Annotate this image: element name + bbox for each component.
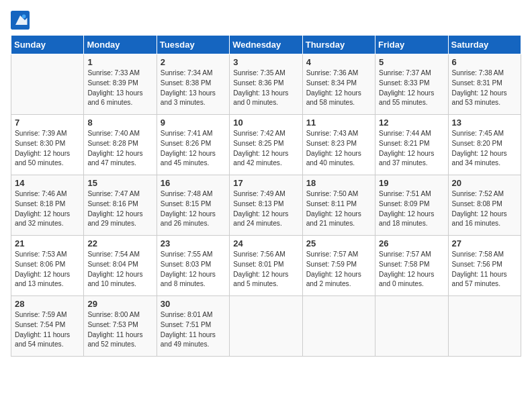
column-header-thursday: Thursday bbox=[302, 36, 375, 54]
day-number: 14 bbox=[15, 178, 80, 188]
day-number: 5 bbox=[379, 57, 444, 67]
calendar-cell: 19Sunrise: 7:51 AM Sunset: 8:09 PM Dayli… bbox=[375, 175, 448, 236]
calendar-cell: 4Sunrise: 7:36 AM Sunset: 8:34 PM Daylig… bbox=[302, 54, 375, 115]
calendar-cell: 13Sunrise: 7:45 AM Sunset: 8:20 PM Dayli… bbox=[448, 115, 521, 175]
calendar-week-row: 28Sunrise: 7:59 AM Sunset: 7:54 PM Dayli… bbox=[11, 296, 521, 357]
cell-content: Sunrise: 7:59 AM Sunset: 7:54 PM Dayligh… bbox=[15, 310, 80, 350]
day-number: 9 bbox=[161, 118, 226, 128]
day-number: 29 bbox=[87, 299, 152, 309]
calendar-cell: 26Sunrise: 7:57 AM Sunset: 7:58 PM Dayli… bbox=[375, 236, 448, 296]
day-number: 18 bbox=[306, 178, 371, 188]
calendar-cell: 18Sunrise: 7:50 AM Sunset: 8:11 PM Dayli… bbox=[302, 175, 375, 236]
calendar-cell bbox=[11, 54, 84, 115]
calendar-table: SundayMondayTuesdayWednesdayThursdayFrid… bbox=[11, 35, 521, 357]
cell-content: Sunrise: 7:48 AM Sunset: 8:15 PM Dayligh… bbox=[161, 189, 226, 229]
day-number: 24 bbox=[233, 238, 298, 248]
column-header-wednesday: Wednesday bbox=[230, 36, 302, 54]
day-number: 22 bbox=[87, 238, 152, 248]
calendar-cell: 16Sunrise: 7:48 AM Sunset: 8:15 PM Dayli… bbox=[157, 175, 229, 236]
day-number: 1 bbox=[87, 57, 152, 67]
day-number: 7 bbox=[15, 118, 80, 128]
calendar-cell: 27Sunrise: 7:58 AM Sunset: 7:56 PM Dayli… bbox=[448, 236, 521, 296]
calendar-cell: 23Sunrise: 7:55 AM Sunset: 8:03 PM Dayli… bbox=[157, 236, 229, 296]
day-number: 19 bbox=[379, 178, 444, 188]
cell-content: Sunrise: 7:53 AM Sunset: 8:06 PM Dayligh… bbox=[15, 250, 80, 289]
calendar-cell bbox=[448, 296, 521, 357]
day-number: 2 bbox=[161, 57, 226, 67]
calendar-cell: 22Sunrise: 7:54 AM Sunset: 8:04 PM Dayli… bbox=[84, 236, 157, 296]
cell-content: Sunrise: 7:57 AM Sunset: 7:58 PM Dayligh… bbox=[379, 250, 444, 289]
calendar-week-row: 21Sunrise: 7:53 AM Sunset: 8:06 PM Dayli… bbox=[11, 236, 521, 296]
day-number: 4 bbox=[306, 57, 371, 67]
day-number: 23 bbox=[161, 238, 226, 248]
day-number: 28 bbox=[15, 299, 80, 309]
calendar-cell: 10Sunrise: 7:42 AM Sunset: 8:25 PM Dayli… bbox=[230, 115, 302, 175]
calendar-cell: 9Sunrise: 7:41 AM Sunset: 8:26 PM Daylig… bbox=[157, 115, 229, 175]
calendar-cell: 20Sunrise: 7:52 AM Sunset: 8:08 PM Dayli… bbox=[448, 175, 521, 236]
day-number: 11 bbox=[306, 118, 371, 128]
calendar-cell bbox=[230, 296, 302, 357]
cell-content: Sunrise: 7:58 AM Sunset: 7:56 PM Dayligh… bbox=[452, 250, 517, 289]
cell-content: Sunrise: 7:49 AM Sunset: 8:13 PM Dayligh… bbox=[233, 189, 298, 229]
logo bbox=[11, 11, 32, 30]
column-header-friday: Friday bbox=[375, 36, 448, 54]
day-number: 27 bbox=[452, 238, 517, 248]
column-header-tuesday: Tuesday bbox=[157, 36, 229, 54]
day-number: 6 bbox=[452, 57, 517, 67]
svg-point-2 bbox=[22, 15, 26, 19]
day-number: 21 bbox=[15, 238, 80, 248]
calendar-cell bbox=[375, 296, 448, 357]
cell-content: Sunrise: 8:01 AM Sunset: 7:51 PM Dayligh… bbox=[161, 310, 226, 350]
calendar-cell: 7Sunrise: 7:39 AM Sunset: 8:30 PM Daylig… bbox=[11, 115, 84, 175]
cell-content: Sunrise: 7:42 AM Sunset: 8:25 PM Dayligh… bbox=[233, 129, 298, 169]
day-number: 10 bbox=[233, 118, 298, 128]
calendar-cell: 5Sunrise: 7:37 AM Sunset: 8:33 PM Daylig… bbox=[375, 54, 448, 115]
calendar-week-row: 7Sunrise: 7:39 AM Sunset: 8:30 PM Daylig… bbox=[11, 115, 521, 175]
calendar-cell: 12Sunrise: 7:44 AM Sunset: 8:21 PM Dayli… bbox=[375, 115, 448, 175]
calendar-cell: 2Sunrise: 7:34 AM Sunset: 8:38 PM Daylig… bbox=[157, 54, 229, 115]
calendar-cell: 28Sunrise: 7:59 AM Sunset: 7:54 PM Dayli… bbox=[11, 296, 84, 357]
calendar-week-row: 1Sunrise: 7:33 AM Sunset: 8:39 PM Daylig… bbox=[11, 54, 521, 115]
day-number: 15 bbox=[87, 178, 152, 188]
column-header-monday: Monday bbox=[84, 36, 157, 54]
cell-content: Sunrise: 7:33 AM Sunset: 8:39 PM Dayligh… bbox=[87, 68, 152, 108]
day-number: 26 bbox=[379, 238, 444, 248]
cell-content: Sunrise: 7:57 AM Sunset: 7:59 PM Dayligh… bbox=[306, 250, 371, 289]
cell-content: Sunrise: 7:52 AM Sunset: 8:08 PM Dayligh… bbox=[452, 189, 517, 229]
cell-content: Sunrise: 7:44 AM Sunset: 8:21 PM Dayligh… bbox=[379, 129, 444, 169]
day-number: 20 bbox=[452, 178, 517, 188]
cell-content: Sunrise: 7:40 AM Sunset: 8:28 PM Dayligh… bbox=[87, 129, 152, 169]
day-number: 13 bbox=[452, 118, 517, 128]
cell-content: Sunrise: 7:46 AM Sunset: 8:18 PM Dayligh… bbox=[15, 189, 80, 229]
calendar-cell: 15Sunrise: 7:47 AM Sunset: 8:16 PM Dayli… bbox=[84, 175, 157, 236]
cell-content: Sunrise: 7:41 AM Sunset: 8:26 PM Dayligh… bbox=[161, 129, 226, 169]
calendar-cell: 29Sunrise: 8:00 AM Sunset: 7:53 PM Dayli… bbox=[84, 296, 157, 357]
calendar-cell: 8Sunrise: 7:40 AM Sunset: 8:28 PM Daylig… bbox=[84, 115, 157, 175]
cell-content: Sunrise: 7:56 AM Sunset: 8:01 PM Dayligh… bbox=[233, 250, 298, 289]
cell-content: Sunrise: 7:38 AM Sunset: 8:31 PM Dayligh… bbox=[452, 68, 517, 108]
logo-icon bbox=[11, 11, 30, 30]
day-number: 30 bbox=[161, 299, 226, 309]
column-header-saturday: Saturday bbox=[448, 36, 521, 54]
cell-content: Sunrise: 7:34 AM Sunset: 8:38 PM Dayligh… bbox=[161, 68, 226, 108]
calendar-header-row: SundayMondayTuesdayWednesdayThursdayFrid… bbox=[11, 36, 521, 54]
day-number: 8 bbox=[87, 118, 152, 128]
calendar-cell: 6Sunrise: 7:38 AM Sunset: 8:31 PM Daylig… bbox=[448, 54, 521, 115]
calendar-cell bbox=[302, 296, 375, 357]
day-number: 3 bbox=[233, 57, 298, 67]
page-header bbox=[11, 11, 521, 30]
cell-content: Sunrise: 7:50 AM Sunset: 8:11 PM Dayligh… bbox=[306, 189, 371, 229]
day-number: 17 bbox=[233, 178, 298, 188]
cell-content: Sunrise: 7:43 AM Sunset: 8:23 PM Dayligh… bbox=[306, 129, 371, 169]
cell-content: Sunrise: 7:37 AM Sunset: 8:33 PM Dayligh… bbox=[379, 68, 444, 108]
cell-content: Sunrise: 7:47 AM Sunset: 8:16 PM Dayligh… bbox=[87, 189, 152, 229]
day-number: 12 bbox=[379, 118, 444, 128]
calendar-cell: 14Sunrise: 7:46 AM Sunset: 8:18 PM Dayli… bbox=[11, 175, 84, 236]
cell-content: Sunrise: 7:39 AM Sunset: 8:30 PM Dayligh… bbox=[15, 129, 80, 169]
cell-content: Sunrise: 7:54 AM Sunset: 8:04 PM Dayligh… bbox=[87, 250, 152, 289]
cell-content: Sunrise: 7:45 AM Sunset: 8:20 PM Dayligh… bbox=[452, 129, 517, 169]
cell-content: Sunrise: 7:36 AM Sunset: 8:34 PM Dayligh… bbox=[306, 68, 371, 108]
calendar-cell: 30Sunrise: 8:01 AM Sunset: 7:51 PM Dayli… bbox=[157, 296, 229, 357]
calendar-cell: 24Sunrise: 7:56 AM Sunset: 8:01 PM Dayli… bbox=[230, 236, 302, 296]
cell-content: Sunrise: 7:35 AM Sunset: 8:36 PM Dayligh… bbox=[233, 68, 298, 108]
